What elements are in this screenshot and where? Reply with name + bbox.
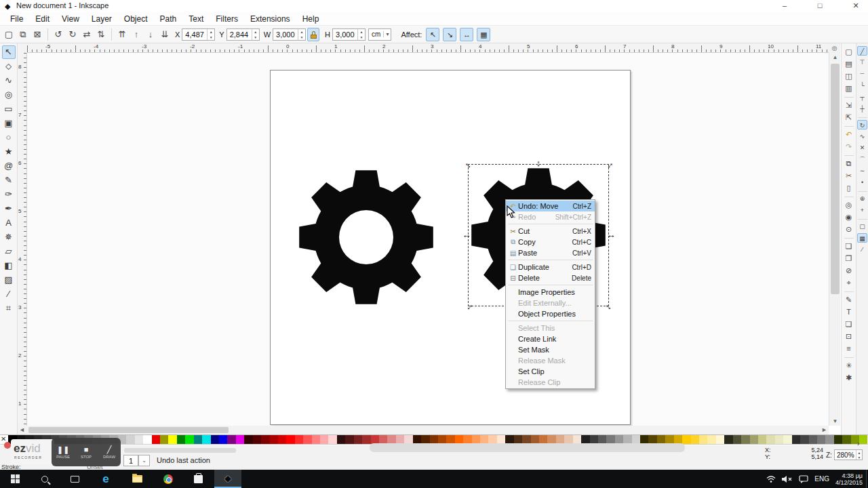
menu-view[interactable]: View [56,13,85,25]
lock-ratio-button[interactable] [307,28,319,41]
pencil-tool[interactable]: ✎ [2,174,16,187]
color-swatch[interactable] [278,435,286,444]
ezvid-stop-button[interactable]: ■STOP [76,445,96,459]
duplicate-icon[interactable]: ❏ [843,241,855,251]
y-field[interactable]: 2,844 ▲▼ [226,28,260,41]
snap-bbox-centers-icon[interactable]: ┼ [857,104,867,113]
color-swatch[interactable] [286,435,294,444]
scroll-down-icon[interactable]: ▼ [829,417,841,426]
redo-icon[interactable]: ↷ [843,141,855,152]
color-swatch[interactable] [750,435,758,444]
select-all-layers-icon[interactable]: ⧉ [17,28,29,41]
color-swatch[interactable] [809,435,817,444]
context-menu-item-delete[interactable]: ⊟DeleteDelete [506,272,595,283]
menu-help[interactable]: Help [296,13,326,25]
zoom-page-icon[interactable]: ◉ [843,211,855,222]
color-swatch[interactable] [194,435,202,444]
snap-object-centers-icon[interactable]: ⊕ [857,194,867,203]
scroll-up-icon[interactable]: ▲ [829,53,841,62]
select-all-icon[interactable]: ▢ [3,28,15,41]
select-original-icon[interactable]: ⌖ [843,277,855,288]
color-swatch[interactable] [741,435,749,444]
spiral-tool[interactable]: @ [2,159,16,173]
node-tool[interactable]: ⬦ [2,60,16,73]
paste-icon[interactable]: ▯ [843,182,855,193]
context-menu-item-set-mask[interactable]: Set Mask [506,344,595,355]
flip-horizontal-icon[interactable]: ⇄ [81,28,93,41]
raise-to-top-icon[interactable]: ⇈ [116,28,128,41]
color-swatch[interactable] [227,435,235,444]
snap-bbox-edge-midpoints-icon[interactable]: ┬ [857,92,867,102]
color-swatch[interactable] [219,435,227,444]
connector-tool[interactable]: ⌗ [2,302,16,315]
selector-tool[interactable]: ↖ [2,45,16,59]
rotate-ccw-icon[interactable]: ↺ [52,28,64,41]
dropper-tool[interactable]: ∕ [2,287,16,301]
unit-dropdown[interactable]: cm ▾ [368,28,391,41]
color-swatch[interactable] [362,435,370,444]
y-spinner[interactable]: ▲▼ [252,29,259,40]
h-spinner[interactable]: ▲▼ [357,29,365,40]
rotate-cw-icon[interactable]: ↻ [66,28,79,41]
lower-icon[interactable]: ↓ [144,28,157,41]
menu-text[interactable]: Text [182,13,210,25]
color-swatch[interactable] [859,435,867,444]
snap-bbox-icon[interactable]: ⊤ [857,58,867,67]
export-icon[interactable]: ⇱ [843,112,855,123]
context-menu-item-object-properties[interactable]: Object Properties [506,308,595,319]
context-menu-item-undo-move[interactable]: ↶Undo: MoveCtrl+Z [506,201,595,211]
color-swatch[interactable] [168,435,176,444]
snap-nodes-icon[interactable]: ↻ [857,120,867,129]
selection-handle-nw[interactable]: ↔ [464,160,473,169]
tweak-tool[interactable]: ∿ [2,74,16,87]
context-menu-item-paste[interactable]: ▤PasteCtrl+V [506,247,595,258]
spray-tool[interactable]: ✵ [2,230,16,244]
menu-edit[interactable]: Edit [29,13,56,25]
clone-icon[interactable]: ❐ [843,253,855,264]
color-swatch[interactable] [312,435,320,444]
vertical-ruler[interactable]: 87654321 [18,53,27,426]
ellipse-tool[interactable]: ○ [2,131,16,144]
document-properties-icon[interactable]: ✱ [843,372,855,383]
horizontal-scrollbar[interactable]: ◄ ► [18,426,829,434]
snap-path-intersections-icon[interactable]: ✕ [857,143,867,152]
scroll-left-icon[interactable]: ◄ [18,426,26,434]
affect-gradients-icon[interactable]: ▦ [477,28,490,41]
notifications-icon[interactable] [799,475,808,483]
color-swatch[interactable] [202,435,210,444]
color-swatch[interactable] [792,435,800,444]
cut-icon[interactable]: ✂ [843,170,855,181]
gear-object-left[interactable] [299,170,433,304]
selection-handle-w[interactable]: ↔ [462,230,471,240]
horizontal-ruler[interactable]: -5-4-3-2-101234567891011 [27,43,829,53]
close-button[interactable]: ✕ [844,0,867,12]
wifi-icon[interactable] [766,475,776,483]
task-view-button[interactable] [61,470,88,488]
ezvid-draw-button[interactable]: ╱DRAW [99,445,119,459]
color-swatch[interactable] [825,435,833,444]
color-swatch[interactable] [185,435,193,444]
gradient-tool[interactable]: ▨ [2,273,16,287]
color-swatch[interactable] [244,435,252,444]
layer-indicator[interactable]: 1 [123,455,138,466]
color-swatch[interactable] [303,435,311,444]
affect-move-handles-icon[interactable]: ↖ [426,28,439,41]
clock[interactable]: 4:38 μμ 4/12/2015 [835,472,867,486]
x-spinner[interactable]: ▲▼ [207,29,214,40]
context-menu-item-image-properties[interactable]: Image Properties [506,287,595,298]
color-swatch[interactable] [270,435,278,444]
selection-handle-e[interactable]: ↔ [606,230,616,240]
color-swatch[interactable] [236,435,244,444]
color-swatch[interactable] [800,435,808,444]
lower-to-bottom-icon[interactable]: ⇊ [159,28,171,41]
deselect-icon[interactable]: ⊠ [31,28,43,41]
selection-handle-se[interactable]: ↔ [604,302,614,311]
vertical-scrollbar[interactable]: ▲ ▼ [829,53,840,426]
bezier-tool[interactable]: ✑ [2,188,16,201]
star-tool[interactable]: ★ [2,145,16,159]
color-swatch[interactable] [775,435,783,444]
xml-editor-icon[interactable]: ⊡ [843,331,855,342]
menu-extensions[interactable]: Extensions [244,13,296,25]
menu-object[interactable]: Object [118,13,154,25]
menu-layer[interactable]: Layer [85,13,118,25]
